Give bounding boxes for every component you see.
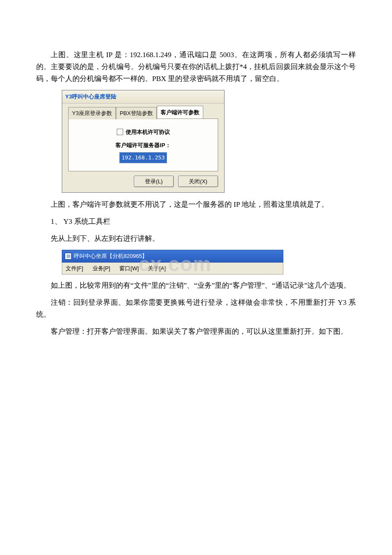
menu-about[interactable]: 关于[A] [148,265,166,272]
paragraph-7: 客户管理：打开客户管理界面。如果误关了客户管理界面的，可以从这里重新打开。如下图… [36,326,356,338]
paragraph-3: 1、 Y3 系统工具栏 [36,216,356,228]
app-titlebar: ▤ 呼叫中心坐席【分机820965】 [62,250,283,262]
menu-file[interactable]: 文件[F] [66,265,83,272]
license-server-ip-label: 客户端许可服务器IP： [73,141,213,150]
paragraph-1: 上图。这里主机 IP 是：192.168.1.249，通讯端口是 5003。在这… [36,49,356,85]
menubar-screenshot: cx.com ▤ 呼叫中心坐席【分机820965】 文件[F] 业务[P] 窗口… [62,250,283,275]
dialog-title: Y3呼叫中心座席登陆 [62,90,224,103]
tab-strip: Y3座席登录参数 PBX登陆参数 客户端许可参数 [68,109,218,119]
tab-y3-login-params[interactable]: Y3座席登录参数 [68,107,116,119]
use-local-license-label: 使用本机许可协议 [126,127,170,136]
tab-client-license-params[interactable]: 客户端许可参数 [157,106,203,118]
tab-panel-client-license: 使用本机许可协议 客户端许可服务器IP： 192.168.1.253 [68,119,218,171]
paragraph-5: 如上图，比较常用到的有“文件”里的“注销”、“业务”里的“客户管理”、“通话记录… [36,280,356,292]
menu-business[interactable]: 业务[P] [92,265,110,272]
menu-window[interactable]: 窗口[W] [119,265,139,272]
license-server-ip-input[interactable]: 192.168.1.253 [119,152,167,163]
app-title-text: 呼叫中心坐席【分机820965】 [74,251,147,260]
app-icon: ▤ [65,253,72,260]
paragraph-6: 注销：回到登录界面。如果你需要更换账号进行登录，这样做会非常快，不用重新打开 Y… [36,297,356,321]
paragraph-4: 先从上到下、从左到右进行讲解。 [36,233,356,245]
use-local-license-checkbox[interactable] [117,129,123,135]
login-dialog: Y3呼叫中心座席登陆 Y3座席登录参数 PBX登陆参数 客户端许可参数 使用本机… [62,90,225,193]
paragraph-2: 上图，客户端许可参数就更不用说了，这是一个服务器的 IP 地址，照着这里填就是了… [36,199,356,211]
tab-pbx-login-params[interactable]: PBX登陆参数 [116,107,157,119]
login-button[interactable]: 登录(L) [134,176,174,187]
app-menu-bar: 文件[F] 业务[P] 窗口[W] 关于[A] [62,263,283,275]
close-button[interactable]: 关闭(X) [178,176,218,187]
